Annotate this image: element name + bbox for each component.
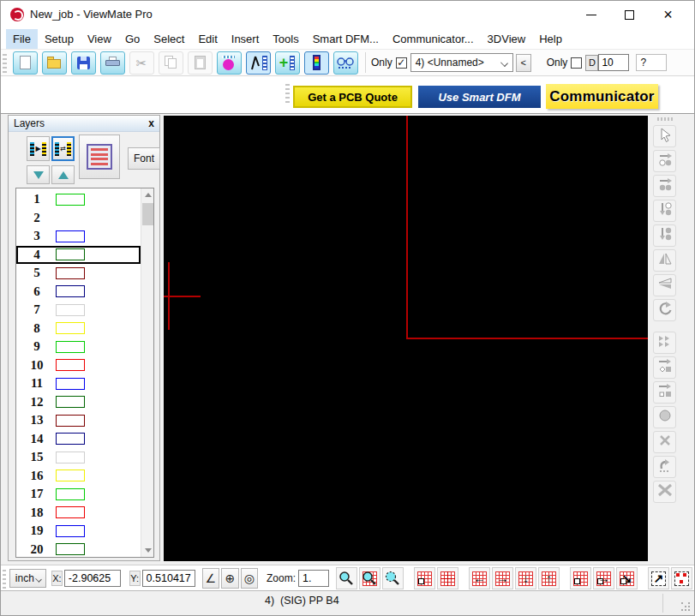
layers-panel-close-icon[interactable]: x <box>148 119 154 128</box>
layer-color-swatch[interactable] <box>56 359 85 371</box>
menu-item-select[interactable]: Select <box>147 29 191 49</box>
scrollbar-thumb[interactable] <box>142 203 153 225</box>
paste-button[interactable] <box>188 51 213 75</box>
layer-color-swatch[interactable] <box>56 396 85 408</box>
add-layer-button[interactable]: + <box>275 51 300 75</box>
rotate-button[interactable] <box>653 299 676 321</box>
layer-color-swatch[interactable] <box>56 212 85 224</box>
move-item-button[interactable] <box>653 150 676 172</box>
remove-button[interactable] <box>653 481 676 503</box>
layer-row-11[interactable]: 11 <box>16 374 141 393</box>
move-layer-down-button[interactable] <box>27 165 50 184</box>
move-to-frame-button[interactable] <box>653 356 676 379</box>
new-file-button[interactable] <box>13 51 38 75</box>
layer-color-swatch[interactable] <box>56 525 85 537</box>
origin-target-button[interactable]: ⊕ <box>221 568 238 589</box>
menu-item-go[interactable]: Go <box>118 29 147 49</box>
open-file-button[interactable] <box>42 51 67 75</box>
layer-color-swatch[interactable] <box>56 194 85 206</box>
browse-view-button[interactable] <box>333 51 358 75</box>
layer-color-swatch[interactable] <box>56 488 85 500</box>
layer-row-17[interactable]: 17 <box>16 485 141 504</box>
pan-up-button[interactable]: ↑ <box>538 567 560 589</box>
angle-mode-button[interactable]: ∠ <box>202 568 219 589</box>
help-box[interactable]: ? <box>636 54 667 71</box>
layer-row-16[interactable]: 16 <box>16 467 141 486</box>
right-toolbar-grip[interactable] <box>657 117 673 121</box>
pan-down-button[interactable]: ↓ <box>515 567 536 589</box>
layer-stack-button[interactable] <box>79 135 120 179</box>
scroll-up-icon[interactable] <box>141 188 154 201</box>
active-layer-dropdown[interactable]: 4) <Unnamed> <box>410 53 513 72</box>
swap-layers-button[interactable]: ⇄ <box>51 136 75 161</box>
mirror-button[interactable] <box>653 249 676 272</box>
layer-row-3[interactable]: 3 <box>16 227 141 246</box>
layer-row-20[interactable]: 20 <box>16 541 141 559</box>
step-repeat-button[interactable] <box>653 332 676 354</box>
units-dropdown[interactable]: inch <box>9 569 46 588</box>
round-pad-button[interactable] <box>653 406 676 428</box>
drop-pad-filled-button[interactable] <box>653 224 676 247</box>
cut-button[interactable]: ✂ <box>129 51 154 75</box>
menu-item-3dview[interactable]: 3DView <box>481 29 533 49</box>
pan-left-button[interactable]: ← <box>469 567 490 589</box>
bottom-toolbar-grip[interactable] <box>3 568 6 589</box>
layer-row-10[interactable]: 10 <box>16 356 141 375</box>
menu-item-edit[interactable]: Edit <box>191 29 224 49</box>
pcb-quote-button[interactable]: Get a PCB Quote <box>293 86 412 108</box>
pan-right-button[interactable]: → <box>492 567 513 589</box>
layer-color-swatch[interactable] <box>56 267 85 279</box>
close-button[interactable]: × <box>649 1 687 28</box>
copy-item-button[interactable] <box>653 175 676 197</box>
layer-row-18[interactable]: 18 <box>16 504 141 523</box>
relative-origin-button[interactable]: ◎ <box>241 568 258 589</box>
layer-color-swatch[interactable] <box>56 543 85 555</box>
save-file-button[interactable] <box>71 51 96 75</box>
menu-item-tools[interactable]: Tools <box>266 29 305 49</box>
layer-row-12[interactable]: 12 <box>16 393 141 412</box>
toolbar-grip[interactable] <box>3 52 7 73</box>
menu-item-file[interactable]: File <box>6 29 38 49</box>
layer-row-15[interactable]: 15 <box>16 448 141 467</box>
layer-color-swatch[interactable] <box>56 304 85 316</box>
layer-colors-button[interactable] <box>304 51 329 75</box>
layer-color-swatch[interactable] <box>56 415 85 427</box>
resize-grip-icon[interactable] <box>680 601 691 612</box>
layer-color-swatch[interactable] <box>56 230 85 242</box>
layers-panel-header[interactable]: Layers x <box>9 116 159 132</box>
dcode-button[interactable]: D <box>585 55 598 71</box>
layer-row-4[interactable]: 4 <box>16 246 141 265</box>
menu-item-smart-dfm[interactable]: Smart DFM... <box>306 29 386 49</box>
undo-rotate-button[interactable] <box>653 456 676 478</box>
zoom-grid-button[interactable] <box>359 567 380 589</box>
layer-row-8[interactable]: 8 <box>16 320 141 338</box>
layer-row-6[interactable]: 6 <box>16 283 141 302</box>
menu-item-help[interactable]: Help <box>532 29 569 49</box>
promo-grip[interactable] <box>285 82 290 103</box>
layer-color-swatch[interactable] <box>56 285 85 297</box>
smart-dfm-button[interactable]: Use Smart DFM <box>418 86 541 108</box>
layer-list-scrollbar[interactable] <box>141 188 153 557</box>
print-button[interactable] <box>100 51 125 75</box>
select-arrow-button[interactable] <box>653 125 676 147</box>
layer-color-swatch[interactable] <box>56 341 85 353</box>
copy-layer-button[interactable]: ▶ <box>27 136 50 161</box>
layer-row-19[interactable]: 19 <box>16 522 141 541</box>
maximize-button[interactable] <box>610 1 649 28</box>
layer-color-swatch[interactable] <box>56 378 85 390</box>
menu-item-communicator[interactable]: Communicator... <box>386 29 481 49</box>
layer-color-swatch[interactable] <box>56 322 85 334</box>
zoom-tool-button[interactable] <box>336 567 357 589</box>
y-coordinate-input[interactable] <box>142 570 195 587</box>
select-window-button[interactable]: ↗ <box>648 567 669 589</box>
communicator-button[interactable]: Communicator <box>546 84 658 109</box>
layer-row-5[interactable]: 5 <box>16 264 141 283</box>
aperture-display-button[interactable] <box>217 51 242 75</box>
layer-row-1[interactable]: 1 <box>16 190 141 209</box>
drop-pad-outline-button[interactable] <box>653 200 676 222</box>
layer-color-swatch[interactable] <box>56 469 85 481</box>
view-frame-button[interactable] <box>414 567 435 589</box>
zoom-frame-corner-button[interactable] <box>570 567 591 589</box>
highlight-items-button[interactable] <box>671 567 692 589</box>
layer-row-7[interactable]: 7 <box>16 301 141 320</box>
